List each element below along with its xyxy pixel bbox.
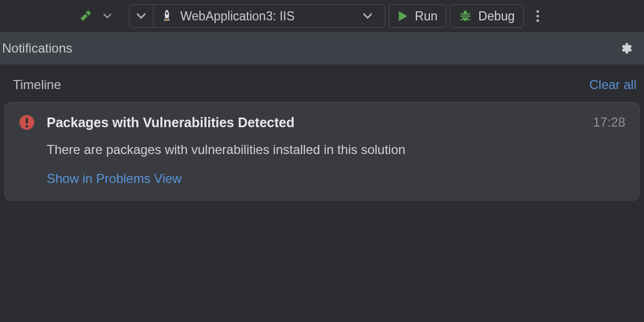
svg-point-12 [537, 15, 539, 18]
notifications-title: Notifications [2, 41, 72, 56]
notifications-panel-header: Notifications [0, 32, 644, 64]
run-button[interactable]: Run [389, 4, 447, 28]
run-config-selector[interactable]: WebApplication3: IIS [153, 5, 385, 27]
play-icon [398, 10, 408, 22]
run-config-combo: WebApplication3: IIS [129, 4, 385, 28]
build-button[interactable] [75, 4, 97, 28]
clear-all-link[interactable]: Clear all [589, 77, 636, 92]
svg-point-16 [26, 125, 28, 128]
chevron-down-icon [104, 12, 111, 20]
notifications-settings-button[interactable] [619, 41, 633, 55]
chevron-down-icon [137, 12, 145, 20]
run-config-recent-dropdown[interactable] [129, 5, 153, 27]
svg-point-11 [537, 10, 539, 13]
more-vertical-icon [536, 10, 539, 22]
chevron-down-icon [363, 12, 372, 20]
rocket-icon [161, 9, 173, 23]
debug-button[interactable]: Debug [450, 4, 524, 28]
timeline-label: Timeline [13, 77, 61, 92]
svg-point-13 [537, 19, 539, 22]
notification-title: Packages with Vulnerabilities Detected [47, 115, 295, 130]
build-dropdown[interactable] [100, 4, 115, 28]
notification-card: Packages with Vulnerabilities Detected 1… [4, 102, 640, 201]
svg-point-0 [166, 12, 168, 14]
notification-action-link[interactable]: Show in Problems View [47, 171, 625, 186]
gear-icon [619, 41, 633, 55]
svg-line-5 [460, 13, 463, 14]
more-actions-button[interactable] [527, 4, 548, 28]
main-toolbar: WebApplication3: IIS Run Debug [0, 0, 644, 32]
hammer-icon [79, 9, 93, 23]
run-config-label: WebApplication3: IIS [180, 9, 295, 24]
svg-line-8 [468, 19, 470, 20]
notification-body: There are packages with vulnerabilities … [47, 142, 625, 157]
svg-line-6 [468, 13, 470, 14]
svg-point-2 [464, 11, 467, 14]
svg-rect-15 [26, 118, 28, 123]
debug-label: Debug [478, 9, 515, 24]
notification-time: 17:28 [593, 115, 625, 130]
run-label: Run [415, 9, 437, 24]
timeline-row: Timeline Clear all [0, 64, 644, 102]
svg-line-7 [460, 19, 463, 20]
error-icon [19, 114, 35, 130]
bug-icon [459, 10, 472, 23]
